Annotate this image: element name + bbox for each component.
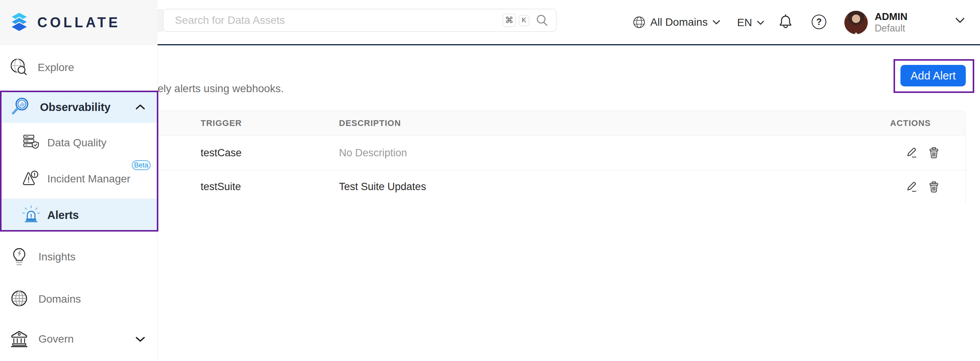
sidebar-item-govern[interactable]: Govern (0, 328, 158, 350)
table-row: testCase No Description (158, 136, 965, 170)
collate-logo[interactable]: COLLATE (9, 10, 120, 35)
cmd-key-badge: ⌘ (503, 14, 516, 27)
bell-icon (778, 14, 793, 30)
help-button[interactable]: ? (812, 15, 826, 29)
govern-bank-icon (9, 328, 30, 350)
delete-alert-button[interactable] (928, 147, 940, 159)
sidebar-item-domains[interactable]: Domains (0, 288, 158, 310)
collate-logo-icon (9, 10, 30, 35)
sidebar-item-label: Govern (38, 333, 74, 345)
sidebar-item-incident-manager[interactable]: Incident Manager (0, 167, 158, 190)
sidebar-item-data-quality[interactable]: Data Quality (0, 131, 158, 154)
incident-manager-icon (22, 169, 40, 189)
avatar (844, 11, 868, 34)
insights-lightbulb-icon (10, 245, 28, 269)
delete-alert-button[interactable] (928, 181, 940, 193)
chevron-down-icon (135, 336, 145, 342)
sidebar-item-insights[interactable]: Insights (0, 246, 158, 268)
user-name: ADMIN (875, 11, 907, 22)
sidebar-item-explore[interactable]: Explore (0, 57, 158, 78)
user-menu[interactable]: ADMIN Default (844, 10, 907, 35)
data-quality-icon (22, 133, 40, 152)
globe-icon (633, 16, 646, 29)
sidebar-item-label: Insights (38, 251, 76, 263)
chevron-down-icon (955, 17, 965, 24)
sidebar-item-label: Observability (40, 101, 111, 113)
trigger-cell: testCase (158, 147, 339, 159)
description-cell: No Description (339, 147, 858, 159)
collate-app: ⌘ K All Domains EN (0, 0, 980, 361)
column-header-actions: ACTIONS (858, 118, 965, 128)
edit-alert-button[interactable] (905, 181, 918, 193)
domain-selector[interactable]: All Domains (633, 15, 721, 30)
add-alert-button[interactable]: Add Alert (900, 65, 966, 86)
language-selector[interactable]: EN (737, 16, 764, 29)
search-input[interactable] (175, 14, 503, 26)
explore-globe-search-icon (9, 57, 29, 78)
chevron-down-icon (757, 20, 764, 25)
description-cell: Test Suite Updates (339, 181, 858, 193)
k-key-badge: K (519, 15, 529, 26)
user-menu-caret[interactable] (955, 17, 965, 24)
left-sidebar: COLLATE Explore Observability Data (0, 0, 158, 361)
trigger-cell: testSuite (158, 181, 339, 193)
help-icon: ? (812, 15, 826, 29)
sidebar-item-label: Explore (38, 61, 74, 74)
column-header-trigger: TRIGGER (158, 118, 339, 128)
sidebar-item-label: Incident Manager (47, 173, 130, 185)
alerts-table: TRIGGER DESCRIPTION ACTIONS testCase No … (158, 111, 966, 203)
collate-logo-text: COLLATE (37, 15, 120, 31)
chevron-down-icon (712, 20, 721, 25)
alerts-page-description: ely alerts using webhooks. (158, 83, 284, 95)
edit-alert-button[interactable] (905, 147, 918, 159)
column-header-description: DESCRIPTION (339, 118, 858, 128)
search-icon[interactable] (535, 13, 549, 27)
sidebar-item-alerts[interactable]: Alerts (0, 199, 158, 232)
notifications-button[interactable] (778, 14, 793, 30)
sidebar-item-observability[interactable]: Observability (0, 91, 158, 123)
alerts-siren-icon (22, 205, 40, 225)
chevron-up-icon (135, 104, 145, 110)
domains-globe-icon (9, 288, 30, 310)
language-label: EN (737, 17, 752, 29)
table-row: testSuite Test Suite Updates (158, 170, 965, 204)
domain-selector-label: All Domains (650, 16, 708, 28)
sidebar-item-label: Domains (38, 293, 81, 305)
sidebar-item-label: Data Quality (47, 137, 106, 149)
alerts-table-header: TRIGGER DESCRIPTION ACTIONS (158, 111, 965, 136)
beta-badge: Beta (132, 160, 151, 170)
global-search: ⌘ K (163, 9, 556, 32)
user-team: Default (875, 22, 907, 34)
sidebar-item-label: Alerts (47, 209, 79, 222)
observability-magnifier-chart-icon (10, 96, 30, 118)
sidebar-header: COLLATE (0, 0, 158, 45)
